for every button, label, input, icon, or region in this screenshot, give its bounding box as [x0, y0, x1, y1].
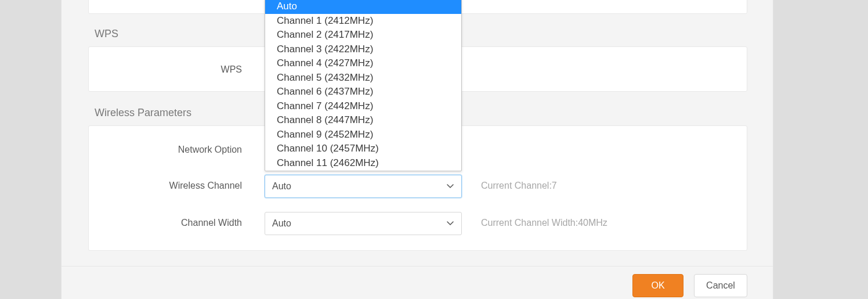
wireless-channel-select[interactable]: Auto	[265, 175, 462, 198]
wireless-channel-value: Auto	[272, 181, 446, 192]
channel-option[interactable]: Auto	[265, 0, 461, 14]
channel-option[interactable]: Channel 4 (2427MHz)	[265, 56, 461, 71]
channel-option[interactable]: Channel 6 (2437MHz)	[265, 85, 461, 99]
channel-option[interactable]: Channel 3 (2422MHz)	[265, 42, 461, 57]
network-option-label: Network Option	[79, 145, 242, 155]
section-title-wps: WPS	[95, 28, 118, 40]
channel-width-label: Channel Width	[79, 218, 242, 228]
channel-option[interactable]: Channel 2 (2417MHz)	[265, 28, 461, 42]
current-channel-hint: Current Channel:7	[481, 181, 557, 191]
section-title-wireless-params: Wireless Parameters	[95, 107, 191, 119]
channel-option[interactable]: Channel 9 (2452MHz)	[265, 128, 461, 142]
channel-option[interactable]: Channel 8 (2447MHz)	[265, 113, 461, 128]
channel-option[interactable]: Channel 10 (2457MHz)	[265, 142, 461, 156]
wireless-channel-label: Wireless Channel	[79, 181, 242, 191]
channel-width-select[interactable]: Auto	[265, 212, 462, 235]
settings-panel: WPS WPS Wireless Parameters Network Opti…	[61, 0, 773, 299]
channel-option[interactable]: Channel 5 (2432MHz)	[265, 71, 461, 85]
channel-width-value: Auto	[272, 218, 446, 229]
current-width-hint: Current Channel Width:40MHz	[481, 218, 607, 228]
ok-button-label: OK	[651, 280, 664, 291]
chevron-down-icon	[446, 219, 454, 228]
cancel-button-label: Cancel	[706, 280, 735, 291]
channel-option[interactable]: Channel 11 (2462MHz)	[265, 156, 461, 171]
footer-bar: OK Cancel	[62, 266, 773, 299]
wireless-channel-dropdown[interactable]: AutoChannel 1 (2412MHz)Channel 2 (2417MH…	[265, 0, 462, 171]
wps-label: WPS	[79, 64, 242, 75]
channel-option[interactable]: Channel 1 (2412MHz)	[265, 14, 461, 28]
chevron-down-icon	[446, 182, 454, 190]
channel-option[interactable]: Channel 7 (2442MHz)	[265, 99, 461, 114]
cancel-button[interactable]: Cancel	[694, 274, 747, 297]
ok-button[interactable]: OK	[632, 274, 683, 297]
